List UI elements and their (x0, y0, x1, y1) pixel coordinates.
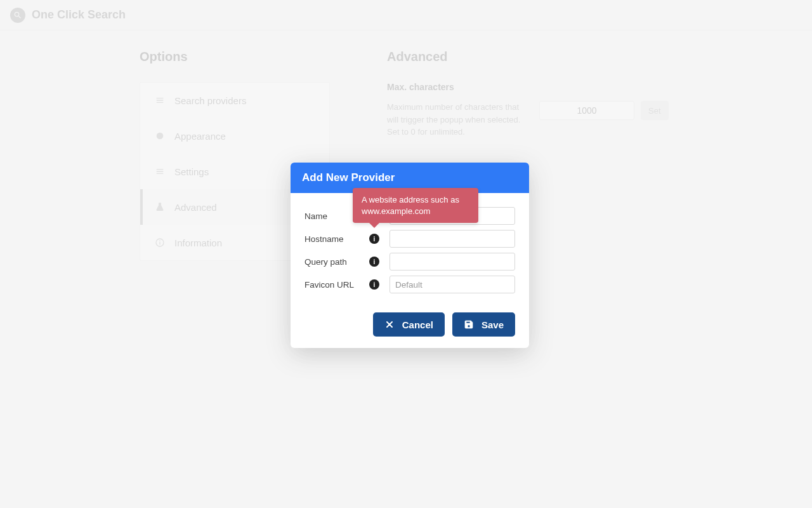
querypath-input[interactable] (390, 253, 515, 271)
hostname-input[interactable] (390, 230, 515, 248)
cancel-button[interactable]: Cancel (373, 312, 445, 337)
favicon-info-icon[interactable]: i (369, 279, 379, 290)
save-icon (464, 319, 474, 330)
form-row-favicon: Favicon URL i (304, 273, 515, 296)
close-icon (384, 319, 395, 330)
cancel-label: Cancel (402, 319, 433, 330)
save-button[interactable]: Save (452, 312, 515, 337)
querypath-info-icon[interactable]: i (369, 257, 379, 267)
hostname-info-icon[interactable]: i (369, 234, 379, 244)
form-row-hostname: Hostname i (304, 227, 515, 250)
hostname-tooltip: A website address such as www.example.co… (353, 188, 478, 223)
favicon-input[interactable] (390, 276, 515, 293)
querypath-label: Query path (304, 257, 369, 267)
favicon-label: Favicon URL (304, 280, 369, 290)
form-row-querypath: Query path i (304, 250, 515, 273)
hostname-label: Hostname (304, 234, 369, 244)
save-label: Save (481, 319, 504, 330)
